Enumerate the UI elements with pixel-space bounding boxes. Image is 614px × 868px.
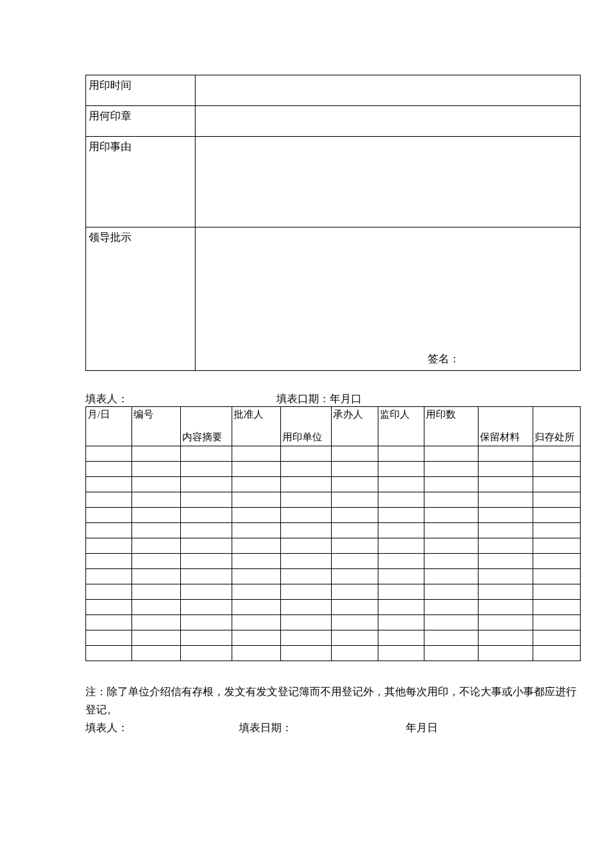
table-cell <box>424 522 478 538</box>
table-cell <box>232 553 280 568</box>
filler-label-2: 填表人： <box>85 719 239 737</box>
table-cell <box>332 492 378 507</box>
table-cell <box>533 538 580 553</box>
table-cell <box>378 446 424 461</box>
col-supervisor: 监印人 <box>378 406 424 446</box>
table-row <box>86 614 581 630</box>
table-cell <box>281 584 332 599</box>
table-cell <box>281 568 332 584</box>
table-cell <box>378 492 424 507</box>
table-cell <box>281 507 332 522</box>
seal-usage-log-table: 月/日 编号 内容摘要 批准人 用印单位 承办人 监印人 用印数 保留材料 归存… <box>85 406 581 661</box>
col-serial: 编号 <box>132 406 181 446</box>
mid-info-line: 填表人： 填表口期：年月口 <box>85 392 581 406</box>
table-cell <box>533 553 580 568</box>
label-seal-reason: 用印事由 <box>86 137 196 228</box>
table-cell <box>132 492 181 507</box>
table-cell <box>181 522 232 538</box>
table-cell <box>332 568 378 584</box>
table-cell <box>533 584 580 599</box>
table-cell <box>86 492 132 507</box>
table-cell <box>132 645 181 661</box>
table-cell <box>479 446 533 461</box>
table-row <box>86 461 581 476</box>
table-cell <box>281 492 332 507</box>
table-cell <box>232 645 280 661</box>
table-cell <box>332 538 378 553</box>
table-cell <box>332 584 378 599</box>
form-row-reason: 用印事由 <box>86 137 581 228</box>
table-cell <box>181 645 232 661</box>
date-ymd: 年月日 <box>406 719 581 737</box>
table-cell <box>181 584 232 599</box>
col-seal-unit: 用印单位 <box>281 406 332 446</box>
table-cell <box>86 553 132 568</box>
table-cell <box>281 538 332 553</box>
table-cell <box>533 522 580 538</box>
footer-block: 注：除了单位介绍信有存根，发文有发文登记簿而不用登记外，其他每次用印，不论大事或… <box>85 683 581 737</box>
table-cell <box>232 507 280 522</box>
table-cell <box>332 522 378 538</box>
table-cell <box>232 492 280 507</box>
table-cell <box>86 461 132 476</box>
table-cell <box>533 630 580 645</box>
fill-date-label-1: 填表口期：年月口 <box>276 392 581 406</box>
table-row <box>86 584 581 599</box>
table-cell <box>378 614 424 630</box>
table-cell <box>181 446 232 461</box>
table-cell <box>424 507 478 522</box>
table-cell <box>378 584 424 599</box>
table-cell <box>86 584 132 599</box>
log-table-head: 月/日 编号 内容摘要 批准人 用印单位 承办人 监印人 用印数 保留材料 归存… <box>86 406 581 446</box>
table-cell <box>86 630 132 645</box>
table-cell <box>533 614 580 630</box>
table-cell <box>132 522 181 538</box>
table-cell <box>479 614 533 630</box>
table-cell <box>424 492 478 507</box>
table-cell <box>86 645 132 661</box>
table-cell <box>132 614 181 630</box>
table-cell <box>479 553 533 568</box>
table-row <box>86 568 581 584</box>
table-row <box>86 645 581 661</box>
table-cell <box>132 538 181 553</box>
table-cell <box>232 614 280 630</box>
table-cell <box>86 538 132 553</box>
table-cell <box>332 446 378 461</box>
table-cell <box>181 507 232 522</box>
table-cell <box>479 476 533 492</box>
table-cell <box>281 645 332 661</box>
signature-label: 签名： <box>428 352 460 366</box>
table-cell <box>132 446 181 461</box>
table-cell <box>86 522 132 538</box>
table-cell <box>281 446 332 461</box>
table-cell <box>132 568 181 584</box>
table-cell <box>181 614 232 630</box>
table-cell <box>479 538 533 553</box>
table-cell <box>479 599 533 614</box>
table-cell <box>424 584 478 599</box>
table-cell <box>332 645 378 661</box>
table-cell <box>424 599 478 614</box>
table-cell <box>281 630 332 645</box>
table-cell <box>424 461 478 476</box>
table-row <box>86 630 581 645</box>
table-cell <box>281 553 332 568</box>
table-cell <box>232 630 280 645</box>
table-cell <box>479 645 533 661</box>
form-row-time: 用印时间 <box>86 75 581 106</box>
table-cell <box>424 476 478 492</box>
table-cell <box>533 492 580 507</box>
table-cell <box>181 461 232 476</box>
table-cell <box>479 630 533 645</box>
table-cell <box>232 461 280 476</box>
table-cell <box>479 461 533 476</box>
table-cell <box>533 446 580 461</box>
document-page: 用印时间 用何印章 用印事由 领导批示 签名： 填表人： 填表口期 <box>0 0 614 868</box>
table-row <box>86 492 581 507</box>
table-cell <box>86 476 132 492</box>
value-which-seal <box>196 106 581 137</box>
table-cell <box>533 476 580 492</box>
table-cell <box>181 538 232 553</box>
table-cell <box>132 553 181 568</box>
